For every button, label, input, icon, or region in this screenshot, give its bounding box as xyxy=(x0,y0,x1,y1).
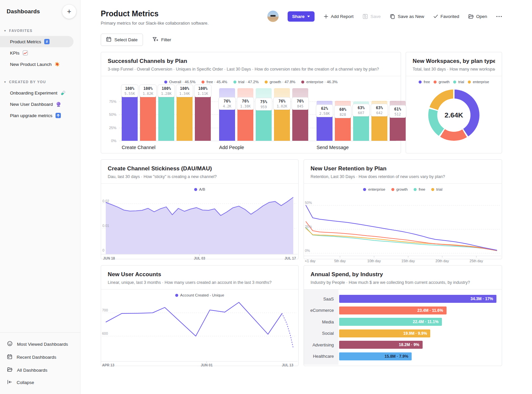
funnel-bar[interactable]: 100%1.11K xyxy=(195,88,211,141)
funnel-bar-percent: 100% xyxy=(177,86,193,91)
svg-text:25%: 25% xyxy=(305,225,312,229)
spend-bar-row: 22.4M · 11.1% xyxy=(339,316,496,328)
sidebar-item-kpis[interactable]: KPIs xyxy=(0,47,73,59)
add-report-button[interactable]: Add Report xyxy=(324,14,353,19)
funnel-bar-percent: 63% xyxy=(371,105,387,110)
funnel-bar[interactable]: 60%828 xyxy=(335,88,351,141)
sidebar-footer-item-collapse[interactable]: Collapse xyxy=(0,376,80,389)
legend-item-trial[interactable]: trial xyxy=(431,187,443,191)
funnel-bar[interactable]: 100%1.34K xyxy=(177,88,193,141)
spend-bar-ecommerce[interactable]: 23.4M · 11.6% xyxy=(339,306,447,314)
legend-label: free · 45.4% xyxy=(206,80,227,84)
favorited-button[interactable]: Favorited xyxy=(433,14,459,19)
legend-label: Account Created - Unique xyxy=(180,293,224,297)
sidebar-item-product-metrics[interactable]: Product Metrics# xyxy=(0,36,73,47)
funnel-bar[interactable]: 63%642 xyxy=(371,88,387,141)
more-dots-icon xyxy=(496,16,502,17)
funnel-legend: Overall · 46.5%free · 45.4%trial · 47.2%… xyxy=(101,76,401,84)
svg-text:600: 600 xyxy=(102,331,108,335)
svg-text:25th day: 25th day xyxy=(469,259,483,263)
funnel-bar[interactable]: 61%512 xyxy=(390,88,406,141)
retention-chart-svg: 50%25%0%<1 day5th day10th day15th day20t… xyxy=(304,192,501,267)
legend-label: growth xyxy=(396,187,408,191)
funnel-bar[interactable]: 100%1.28K xyxy=(158,88,174,141)
legend-item-a-b[interactable]: A/B xyxy=(194,187,205,191)
user-avatar[interactable] xyxy=(267,11,279,22)
svg-text:5th day: 5th day xyxy=(334,259,346,263)
legend-item-trial[interactable]: trial xyxy=(453,80,464,84)
sidebar-item-new-user-dashboard[interactable]: New User Dashboard xyxy=(0,98,73,110)
funnel-step-send-message: 62%2.58K60%82863%60763%64261%512Send Mes… xyxy=(317,88,406,141)
sidebar-section-label[interactable]: ▾FAVORITES xyxy=(0,29,80,33)
save-button: Save xyxy=(362,14,381,19)
funnel-bar-label: 61%512 xyxy=(389,105,406,118)
share-button[interactable]: Share xyxy=(288,11,315,22)
sidebar-item-new-product-launch[interactable]: New Product Launch xyxy=(0,59,73,70)
funnel-bar[interactable]: 75%959 xyxy=(256,88,272,141)
funnel-bar[interactable]: 76%845 xyxy=(292,88,308,141)
open-label: Open xyxy=(476,14,487,19)
cards-row-1: Successful Channels by Plan 3-step Funne… xyxy=(101,52,502,153)
sidebar-item-plan-upgrade-metrics[interactable]: Plan upgrade metrics xyxy=(0,110,73,121)
spend-bar-row: 34.3M · 17% xyxy=(339,293,496,305)
spend-bar-saas[interactable]: 34.3M · 17% xyxy=(339,295,496,303)
save-as-new-button[interactable]: Save as New xyxy=(390,14,424,19)
workspaces-card-title: New Workspaces, by plan type xyxy=(413,58,495,65)
app-root: Dashboards + ▾FAVORITESProduct Metrics#K… xyxy=(0,0,532,394)
legend-item-enterprise[interactable]: enterprise xyxy=(468,80,489,84)
sidebar-footer-label: Recent Dashboards xyxy=(17,355,56,360)
spend-bar-social[interactable]: 19.9M · 9.9% xyxy=(339,329,430,337)
funnel-bar[interactable]: 76%1.02K xyxy=(274,88,290,141)
legend-item-enterprise[interactable]: enterprise · 46.3% xyxy=(301,80,337,84)
spend-bar-media[interactable]: 22.4M · 11.1% xyxy=(339,318,442,326)
svg-text:#: # xyxy=(46,40,48,44)
legend-label: enterprise · 46.3% xyxy=(306,80,337,84)
check-icon xyxy=(433,14,438,18)
smiley-icon xyxy=(7,341,13,347)
filter-button[interactable]: Filter xyxy=(152,34,172,46)
funnel-bar[interactable]: 100%1.82K xyxy=(140,88,156,141)
spend-bar-row: 19.9M · 9.9% xyxy=(339,328,496,339)
funnel-bar-count: 607 xyxy=(353,111,369,115)
legend-item-growth[interactable]: growth xyxy=(391,187,408,191)
sidebar-section-label[interactable]: ▾CREATED BY YOU xyxy=(0,80,80,84)
spend-bar-advertising[interactable]: 18.2M · 9% xyxy=(339,341,423,349)
open-button[interactable]: Open xyxy=(468,14,487,19)
legend-item-growth[interactable]: growth · 47.8% xyxy=(265,80,295,84)
funnel-bar-percent: 76% xyxy=(274,99,290,103)
collapse-icon xyxy=(7,380,12,385)
sidebar-footer-item-most-viewed-dashboards[interactable]: Most Viewed Dashboards xyxy=(0,337,80,351)
funnel-bar[interactable]: 100%5.55K xyxy=(122,88,138,141)
svg-text:20th day: 20th day xyxy=(436,259,449,263)
sidebar-item-onboarding-experiment[interactable]: Onboarding Experiment xyxy=(0,87,73,98)
sidebar-footer-item-all-dashboards[interactable]: All Dashboards xyxy=(0,364,80,376)
funnel-bar-percent: 63% xyxy=(353,105,369,110)
select-date-button[interactable]: Select Date xyxy=(101,34,143,46)
more-menu-button[interactable] xyxy=(496,16,502,17)
funnel-bar[interactable]: 62%2.58K xyxy=(317,88,332,141)
spend-bar-healthcare[interactable]: 15.8M · 7.9% xyxy=(339,352,412,360)
funnel-bar[interactable]: 63%607 xyxy=(353,88,369,141)
funnel-bar-count: 1.11K xyxy=(195,92,211,96)
sidebar-footer-item-recent-dashboards[interactable]: Recent Dashboards xyxy=(0,351,80,364)
funnel-bar[interactable]: 76%4.2K xyxy=(219,88,235,141)
y-axis-tick-label: 50% xyxy=(104,112,116,116)
legend-item-enterprise[interactable]: enterprise xyxy=(363,187,385,191)
sidebar-item-label: New Product Launch xyxy=(10,62,52,67)
legend-item-free[interactable]: free xyxy=(414,187,425,191)
legend-item-account-created-unique[interactable]: Account Created - Unique xyxy=(175,293,224,297)
legend-item-trial[interactable]: trial · 47.2% xyxy=(233,80,259,84)
x-axis-line xyxy=(119,141,396,141)
legend-item-free[interactable]: free xyxy=(419,80,430,84)
legend-label: enterprise xyxy=(473,80,489,84)
new-dashboard-button[interactable]: + xyxy=(62,5,76,19)
funnel-bar-count: 4.2K xyxy=(219,104,235,108)
duplicate-icon xyxy=(390,14,395,19)
funnel-bar[interactable]: 76%1.38K xyxy=(237,88,253,141)
svg-text:15th day: 15th day xyxy=(401,259,415,263)
legend-item-growth[interactable]: growth xyxy=(434,80,450,84)
legend-item-free[interactable]: free · 45.4% xyxy=(201,80,227,84)
funnel-bar-percent: 61% xyxy=(390,107,406,111)
funnel-bar-label: 63%607 xyxy=(352,104,370,116)
legend-item-overall[interactable]: Overall · 46.5% xyxy=(164,80,196,84)
